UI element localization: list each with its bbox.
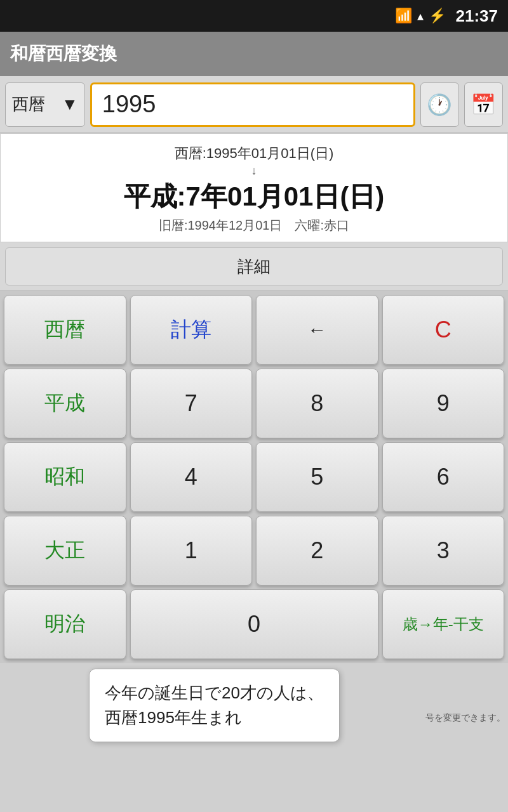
result-box: 西暦:1995年01月01日(日) ↓ 平成:7年01月01日(日) 旧暦:19… [0,133,508,242]
calendar-icon: 📅 [471,93,496,117]
key-8[interactable]: 8 [256,369,378,438]
tooltip: 今年の誕生日で20才の人は、 西暦1995年生まれ [89,669,340,742]
year-input[interactable] [90,82,415,127]
japanese-date: 平成:7年01月01日(日) [13,179,495,214]
wifi-icon: 📶 [395,8,412,24]
era-label: 西暦 [12,93,45,115]
key-2[interactable]: 2 [256,516,378,586]
chevron-down-icon: ▼ [62,95,78,114]
keyboard: 西暦 計算 ← C 平成 7 8 9 昭和 4 5 6 大正 1 2 3 [0,291,508,663]
clock-icon: 🕐 [427,93,452,117]
app-title: 和暦西暦変換 [10,42,117,66]
tooltip-line1: 今年の誕生日で20才の人は、 [105,683,324,702]
key-5[interactable]: 5 [256,442,378,512]
signal-icon: ▴ [417,8,424,23]
era-selector[interactable]: 西暦 ▼ [5,82,85,127]
key-meiji[interactable]: 明治 [4,589,126,659]
clock-button[interactable]: 🕐 [420,82,459,127]
input-row: 西暦 ▼ 🕐 📅 [0,76,508,133]
status-icons: 📶 ▴ ⚡ 21:37 [395,6,498,26]
app-bar: 和暦西暦変換 [0,32,508,76]
battery-icon: ⚡ [429,8,446,24]
western-date: 西暦:1995年01月01日(日) [13,144,495,163]
key-keisan[interactable]: 計算 [130,295,253,365]
detail-label: 詳細 [237,256,271,278]
calendar-button[interactable]: 📅 [464,82,503,127]
key-7[interactable]: 7 [130,369,253,438]
key-1[interactable]: 1 [130,516,253,586]
detail-button-row: 詳細 [0,242,508,291]
conversion-arrow: ↓ [13,164,495,178]
key-heisei[interactable]: 平成 [4,369,126,438]
key-age-convert[interactable]: 歳→年-干支 [382,589,505,659]
key-6[interactable]: 6 [382,442,505,512]
key-backspace[interactable]: ← [256,295,378,365]
key-3[interactable]: 3 [382,516,505,586]
key-showa[interactable]: 昭和 [4,442,126,512]
status-bar: 📶 ▴ ⚡ 21:37 [0,0,508,32]
key-4[interactable]: 4 [130,442,253,512]
key-9[interactable]: 9 [382,369,505,438]
key-0[interactable]: 0 [130,589,378,659]
key-clear[interactable]: C [382,295,505,365]
status-time: 21:37 [456,6,498,26]
key-taisho[interactable]: 大正 [4,516,126,586]
key-seireki[interactable]: 西暦 [4,295,126,365]
old-calendar: 旧暦:1994年12月01日 六曜:赤口 [13,217,495,234]
side-hint: 号を変更できます。 [425,712,508,723]
tooltip-line2: 西暦1995年生まれ [105,708,242,727]
detail-button[interactable]: 詳細 [5,247,503,285]
